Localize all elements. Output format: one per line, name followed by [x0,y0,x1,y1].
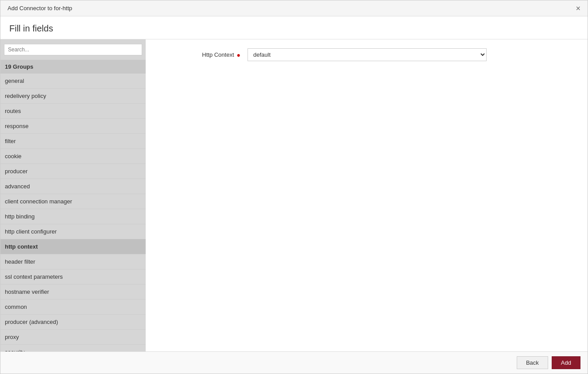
field-row: Http Context ● default [159,48,574,61]
search-input[interactable] [4,44,142,55]
info-icon: ● [237,51,240,58]
sidebar-item[interactable]: routes [0,104,146,119]
sidebar-item[interactable]: ssl context parameters [0,269,146,284]
sidebar-item[interactable]: filter [0,134,146,149]
sidebar-item[interactable]: hostname verifier [0,284,146,300]
sidebar-item[interactable]: header filter [0,254,146,269]
sidebar-item[interactable]: general [0,74,146,89]
sidebar-item[interactable]: response [0,119,146,134]
http-context-select[interactable]: default [248,48,487,61]
modal-header: Add Connector to for-http × [0,0,588,16]
page-title: Fill in fields [0,16,588,39]
main-panel: Http Context ● default [146,39,588,351]
modal: Add Connector to for-http × Fill in fiel… [0,0,588,374]
field-label-text: Http Context [202,51,234,58]
content-area: 19 Groups generalredelivery policyroutes… [0,39,588,351]
close-icon[interactable]: × [576,4,580,12]
sidebar-item[interactable]: http binding [0,209,146,224]
sidebar-item[interactable]: client connection manager [0,194,146,209]
add-button[interactable]: Add [552,356,580,369]
sidebar-item[interactable]: proxy [0,330,146,345]
sidebar-item[interactable]: common [0,300,146,315]
sidebar: 19 Groups generalredelivery policyroutes… [0,39,146,351]
sidebar-item[interactable]: producer [0,164,146,179]
sidebar-item[interactable]: cookie [0,149,146,164]
sidebar-item[interactable]: advanced [0,179,146,194]
back-button[interactable]: Back [517,356,548,369]
sidebar-item[interactable]: http context [0,239,146,254]
modal-title: Add Connector to for-http [8,5,72,12]
groups-count: 19 Groups [0,60,146,74]
sidebar-list: generalredelivery policyroutesresponsefi… [0,74,146,351]
search-container [0,39,146,60]
sidebar-item[interactable]: http client configurer [0,224,146,239]
field-label: Http Context ● [159,51,248,58]
sidebar-item[interactable]: producer (advanced) [0,315,146,330]
modal-footer: Back Add [0,351,588,374]
sidebar-item[interactable]: redelivery policy [0,89,146,104]
sidebar-item[interactable]: security [0,345,146,351]
modal-body: Fill in fields 19 Groups generalredelive… [0,16,588,351]
